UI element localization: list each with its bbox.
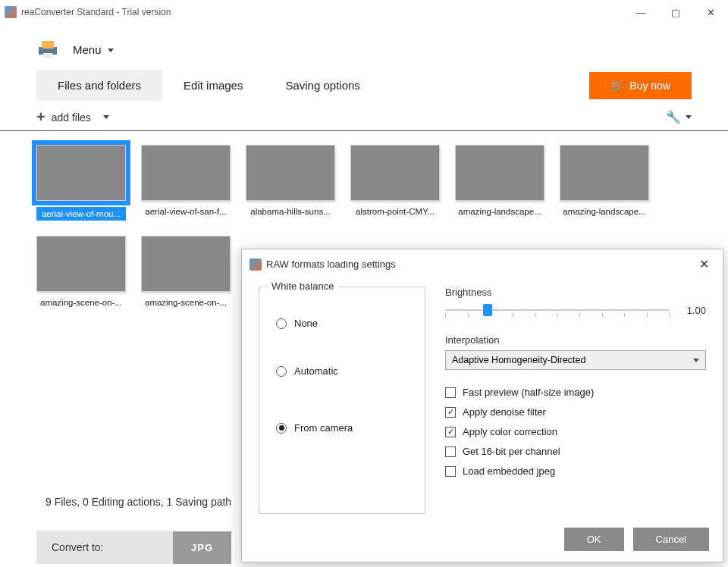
titlebar: reaConverter Standard - Trial version — … [0,0,728,24]
tabs: Files and folders Edit images Saving opt… [0,70,728,101]
thumbnail-item[interactable]: amazing-scene-on-... [36,236,126,307]
status-text: 9 Files, 0 Editing actions, 1 Saving pat… [0,482,277,522]
format-button[interactable]: JPG [173,531,231,564]
window-title: reaConverter Standard - Trial version [21,7,171,17]
ok-button[interactable]: OK [564,528,624,551]
add-files-button[interactable]: add files [52,111,91,124]
thumbnail-item[interactable]: amazing-landscape... [455,145,544,221]
check-color-correction[interactable]: Apply color correction [445,426,706,437]
thumbnail-item[interactable]: alstrom-point-CMY... [350,145,440,221]
slider-thumb[interactable] [483,304,492,316]
dialog-title: RAW formats loading settings [266,258,396,270]
thumbnail-image [141,145,231,201]
thumbnail-caption: amazing-landscape... [455,207,544,216]
tab-edit-images[interactable]: Edit images [162,70,264,101]
radio-icon [276,366,287,377]
brightness-label: Brightness [445,287,706,298]
dialog-close-button[interactable]: ✕ [693,254,715,274]
thumbnail-image [560,145,649,201]
brightness-slider[interactable] [445,302,670,318]
interpolation-select[interactable]: Adaptive Homogeneity-Directed [445,350,706,370]
checkbox-icon [445,446,456,457]
maximize-button[interactable]: ▢ [658,0,693,24]
caret-down-icon [693,359,699,362]
tab-files-and-folders[interactable]: Files and folders [36,70,162,101]
thumbnail-caption: aerial-view-of-san-f... [141,207,231,216]
plus-icon: + [36,108,46,126]
convert-to-label: Convert to: [36,531,173,564]
radio-from-camera[interactable]: From camera [276,422,408,434]
thumbnail-image [36,145,126,201]
radio-automatic[interactable]: Automatic [276,365,408,377]
caret-down-icon[interactable] [686,115,692,119]
cart-icon: 🛒 [610,80,623,92]
thumbnail-image [36,236,126,292]
thumbnail-image [455,145,544,201]
thumbnail-item[interactable]: amazing-scene-on-... [141,236,231,307]
check-fast-preview[interactable]: Fast preview (half-size image) [445,387,706,398]
toolbar: + add files 🔧 [0,101,728,131]
thumbnail-image [141,236,231,292]
thumbnail-image [246,145,335,201]
raw-settings-dialog: RAW formats loading settings ✕ White bal… [241,249,723,562]
cancel-button[interactable]: Cancel [633,528,709,551]
printer-icon [36,38,59,61]
buy-now-button[interactable]: 🛒 Buy now [589,72,692,99]
checkbox-icon [445,427,456,437]
thumbnail-caption: amazing-scene-on-... [141,298,231,307]
check-denoise[interactable]: Apply denoise filter [445,406,706,418]
thumbnail-item[interactable]: alabama-hills-suns... [246,145,335,221]
close-button[interactable]: ✕ [693,0,728,24]
thumbnail-caption: aerial-view-of-mou... [36,207,126,221]
thumbnail-item[interactable]: aerial-view-of-mou... [36,145,126,221]
interpolation-label: Interpolation [445,334,706,346]
caret-down-icon[interactable] [103,115,109,119]
thumbnail-caption: alabama-hills-suns... [246,207,335,216]
svg-rect-1 [42,41,54,49]
check-embedded-jpeg[interactable]: Load embedded jpeg [445,465,706,477]
radio-none[interactable]: None [276,318,408,329]
app-icon [5,6,17,18]
checkbox-icon [445,407,456,418]
minimize-button[interactable]: — [623,0,658,24]
thumbnail-caption: alstrom-point-CMY... [350,207,440,216]
menubar: Menu [0,24,728,70]
app-icon [249,258,262,271]
thumbnail-caption: amazing-scene-on-... [36,298,126,307]
wrench-icon[interactable]: 🔧 [666,110,681,124]
thumbnail-item[interactable]: aerial-view-of-san-f... [141,145,231,221]
thumbnail-item[interactable]: amazing-landscape... [560,145,649,221]
check-16bit[interactable]: Get 16-bit per channel [445,446,706,457]
radio-icon [276,423,287,434]
checkbox-icon [445,466,456,477]
white-balance-legend: White balance [267,280,338,292]
checkbox-icon [445,387,456,398]
dialog-titlebar: RAW formats loading settings ✕ [242,249,723,279]
thumbnail-image [350,145,440,201]
caret-down-icon [108,49,114,52]
svg-rect-2 [43,53,52,58]
thumbnail-caption: amazing-landscape... [560,207,649,216]
white-balance-group: White balance None Automatic From camera [259,287,425,514]
tab-saving-options[interactable]: Saving options [264,70,381,101]
radio-icon [276,318,287,329]
brightness-value: 1.00 [680,305,706,316]
convert-bar: Convert to: JPG [0,531,268,564]
menu-button[interactable]: Menu [73,43,114,56]
